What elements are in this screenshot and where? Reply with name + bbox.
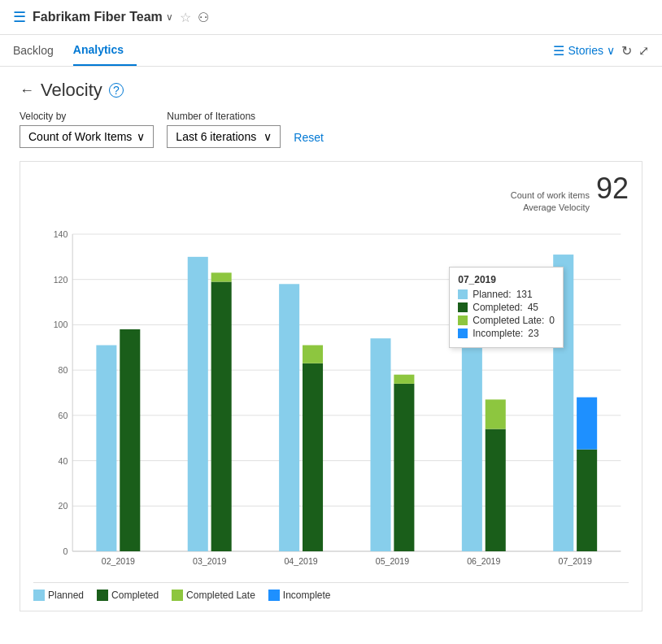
stories-label: Stories: [568, 44, 603, 57]
favorite-icon[interactable]: ☆: [180, 10, 191, 25]
stories-button[interactable]: ☰ Stories ∨: [553, 43, 615, 59]
iterations-group: Number of Iterations Last 6 iterations ∨: [167, 111, 281, 148]
legend-completed-late: Completed Late: [172, 590, 255, 601]
velocity-by-dropdown[interactable]: Count of Work Items ∨: [20, 125, 154, 148]
expand-button[interactable]: ⤢: [638, 43, 649, 59]
chart-svg: 02040608010012014002_201903_201904_20190…: [33, 218, 629, 576]
app-icon: ☰: [13, 8, 26, 26]
svg-text:20: 20: [59, 501, 68, 511]
iterations-label: Number of Iterations: [167, 111, 281, 122]
bar-planned-03_2019[interactable]: [188, 257, 208, 551]
legend-completed-label: Completed: [111, 590, 159, 601]
legend-planned-swatch: [33, 590, 45, 601]
svg-text:02_2019: 02_2019: [102, 556, 135, 566]
velocity-by-group: Velocity by Count of Work Items ∨: [20, 111, 154, 148]
bar-completed-late-05_2019[interactable]: [394, 374, 414, 383]
refresh-button[interactable]: ↻: [621, 43, 632, 59]
svg-text:05_2019: 05_2019: [376, 556, 409, 566]
legend-incomplete-swatch: [268, 590, 280, 601]
bar-completed-03_2019[interactable]: [211, 281, 232, 551]
avg-velocity-label: Average Velocity: [511, 202, 590, 214]
people-icon[interactable]: ⚇: [198, 10, 209, 25]
bar-completed-late-06_2019[interactable]: [486, 399, 506, 429]
title-row: ← Velocity ?: [20, 80, 642, 101]
avg-velocity-value: 92: [596, 172, 629, 206]
controls-row: Velocity by Count of Work Items ∨ Number…: [20, 111, 642, 148]
chart-header: Count of work items Average Velocity 92: [33, 172, 629, 215]
nav-right-actions: ☰ Stories ∨ ↻ ⤢: [553, 43, 649, 59]
svg-text:03_2019: 03_2019: [193, 556, 226, 566]
count-label: Count of work items: [511, 189, 590, 202]
bar-completed-late-03_2019[interactable]: [211, 272, 232, 281]
bar-planned-07_2019[interactable]: [553, 255, 573, 551]
tab-backlog[interactable]: Backlog: [13, 36, 67, 65]
svg-text:0: 0: [63, 546, 68, 556]
legend-completed-swatch: [97, 590, 108, 601]
legend-incomplete-label: Incomplete: [283, 590, 331, 601]
team-chevron-icon[interactable]: ∨: [166, 11, 173, 23]
chart-container: 02040608010012014002_201903_201904_20190…: [33, 218, 629, 576]
bar-completed-late-04_2019[interactable]: [303, 345, 323, 363]
svg-text:60: 60: [59, 410, 68, 420]
chart-legend: Planned Completed Completed Late Incompl…: [33, 582, 629, 601]
back-button[interactable]: ←: [20, 82, 34, 99]
bar-planned-02_2019[interactable]: [96, 345, 116, 551]
velocity-by-label: Velocity by: [20, 111, 154, 122]
bar-completed-07_2019[interactable]: [577, 449, 597, 550]
bar-planned-05_2019[interactable]: [370, 338, 390, 551]
chart-meta: Count of work items Average Velocity: [511, 189, 590, 215]
chart-area: Count of work items Average Velocity 92 …: [20, 161, 642, 611]
team-name: Fabrikam Fiber Team: [33, 10, 163, 24]
help-icon[interactable]: ?: [109, 83, 124, 98]
reset-button[interactable]: Reset: [294, 127, 324, 148]
svg-text:100: 100: [54, 320, 68, 329]
svg-text:140: 140: [54, 229, 68, 239]
page-title: Velocity: [41, 80, 102, 101]
velocity-by-value: Count of Work Items: [28, 130, 132, 143]
svg-text:80: 80: [59, 365, 68, 375]
svg-text:120: 120: [54, 274, 68, 284]
bar-incomplete-07_2019[interactable]: [577, 397, 597, 449]
legend-completed: Completed: [97, 590, 159, 601]
svg-text:06_2019: 06_2019: [467, 556, 500, 566]
legend-incomplete: Incomplete: [268, 590, 331, 601]
app-header: ☰ Fabrikam Fiber Team ∨ ☆ ⚇: [0, 0, 662, 35]
bar-planned-06_2019[interactable]: [462, 345, 482, 551]
legend-completed-late-label: Completed Late: [186, 590, 255, 601]
nav-tabs: Backlog Analytics ☰ Stories ∨ ↻ ⤢: [0, 35, 662, 67]
svg-text:40: 40: [59, 455, 68, 465]
bar-completed-06_2019[interactable]: [486, 429, 506, 550]
bar-planned-04_2019[interactable]: [279, 284, 299, 551]
legend-planned-label: Planned: [48, 590, 84, 601]
page-content: ← Velocity ? Velocity by Count of Work I…: [0, 67, 662, 624]
bar-completed-05_2019[interactable]: [394, 384, 414, 551]
iterations-dropdown[interactable]: Last 6 iterations ∨: [167, 125, 281, 148]
bar-completed-02_2019[interactable]: [120, 329, 140, 551]
legend-planned: Planned: [33, 590, 84, 601]
svg-text:07_2019: 07_2019: [559, 556, 592, 566]
legend-completed-late-swatch: [172, 590, 183, 601]
bar-completed-04_2019[interactable]: [303, 363, 323, 551]
svg-text:04_2019: 04_2019: [284, 556, 317, 566]
tab-analytics[interactable]: Analytics: [73, 35, 137, 66]
iterations-value: Last 6 iterations: [176, 130, 256, 143]
